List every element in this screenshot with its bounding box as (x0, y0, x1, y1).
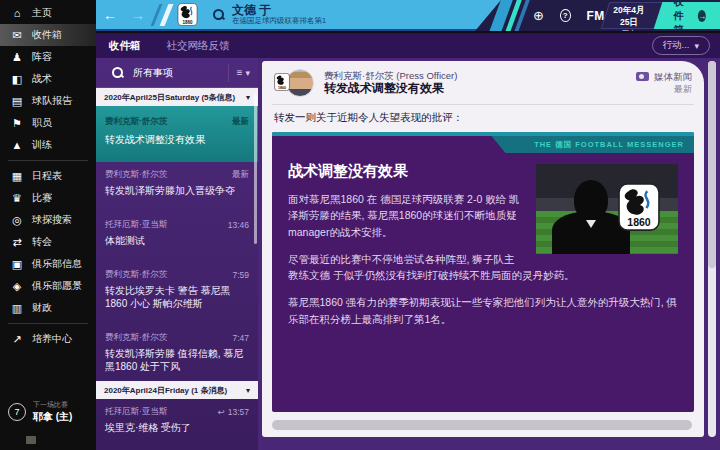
next-match-opponent: 耶拿 (主) (33, 410, 72, 424)
sidebar-item-team-report[interactable]: ▤球队报告 (0, 90, 96, 112)
message-time: 7:59 (232, 269, 249, 281)
tab-inbox[interactable]: 收件箱 (96, 39, 154, 53)
list-scrollbar[interactable] (254, 94, 257, 244)
message-status: 最新 (232, 169, 249, 181)
calendar-icon: ▦ (10, 170, 24, 183)
inbox-group-header[interactable]: 2020年April25日Saturday (5条信息) ▾ (96, 88, 258, 106)
inbox-message[interactable]: 托拜厄斯·亚当斯 13:46 体能测试 (96, 212, 258, 255)
article-paragraph: 慕尼黑1860 强有力的赛季初期表现让一些专家把他们列为让人意外的升级大热门, … (288, 294, 678, 327)
app-window: ⌂主页 ✉收件箱 ♟阵容 ◧战术 ▤球队报告 ⚑职员 ▲训练 ▦日程表 ♛比赛 … (0, 0, 720, 450)
club-info-icon: ▣ (10, 258, 24, 271)
help-icon[interactable]: ? (560, 9, 571, 22)
chevron-down-icon: ▾ (246, 386, 250, 395)
publication-ribbon: THE 德国 FOOTBALL MESSENGER (491, 136, 694, 153)
manager-subtitle: 在德国足球丙级联赛排名第1 (232, 17, 326, 25)
scout-search-icon: ◎ (10, 214, 24, 227)
search-input[interactable]: 所有事项 (133, 66, 173, 80)
manager-silhouette (574, 180, 608, 220)
sidebar-item-home[interactable]: ⌂主页 (0, 2, 96, 24)
club-badge-1860: 1860 (177, 3, 198, 26)
horizontal-scrollbar[interactable] (272, 420, 692, 430)
sidebar-item-competitions[interactable]: ♛比赛 (0, 187, 96, 209)
inbox-message-selected[interactable]: 费利克斯·舒尔茨 最新 转发战术调整没有效果 (96, 106, 258, 162)
inbox-message[interactable]: 费利克斯·舒尔茨 7:47 转发凯泽斯劳滕 值得信赖, 慕尼黑1860 处于下风 (96, 325, 258, 381)
search-icon[interactable] (213, 9, 224, 20)
back-button[interactable]: ← (96, 7, 124, 23)
topbar-right-section: ⊕ ? FM 20年4月25日 周六 16:00 收件箱 → (475, 0, 720, 31)
sidebar-item-schedule[interactable]: ▦日程表 (0, 165, 96, 187)
sidebar-item-club-info[interactable]: ▣俱乐部信息 (0, 253, 96, 275)
chevron-down-icon: ▾ (245, 68, 250, 78)
sidebar-item-staff[interactable]: ⚑职员 (0, 112, 96, 134)
message-status: 最新 (232, 116, 249, 128)
club-badge-1860: 1860 (274, 73, 290, 91)
sidebar-item-tactics[interactable]: ◧战术 (0, 68, 96, 90)
club-badge-1860: 1860 (618, 182, 660, 232)
message-header: 1860 费利克斯·舒尔茨 (Press Officer) 转发战术调整没有效果… (262, 61, 704, 104)
sidebar: ⌂主页 ✉收件箱 ♟阵容 ◧战术 ▤球队报告 ⚑职员 ▲训练 ▦日程表 ♛比赛 … (0, 0, 96, 450)
inbox-message[interactable]: 费利克斯·舒尔茨 最新 转发凯泽斯劳滕加入晋级争夺 (96, 162, 258, 205)
language-globe-icon[interactable]: ⊕ (533, 8, 544, 23)
manager-header[interactable]: 文德 于 在德国足球丙级联赛排名第1 (232, 4, 326, 25)
section-tabbar: 收件箱 社交网络反馈 行动... ▾ (96, 33, 720, 58)
sidebar-item-squad[interactable]: ♟阵容 (0, 46, 96, 68)
actions-dropdown[interactable]: 行动... ▾ (652, 36, 710, 55)
message-sender: 费利克斯·舒尔茨 (Press Officer) (324, 70, 457, 82)
inbox-list-panel: 所有事项 ≡ ▾ 2020年April25日Saturday (5条信息) ▾ … (96, 58, 258, 450)
message-time: 13:46 (228, 219, 249, 231)
next-match-days-badge: 7 (8, 403, 26, 421)
staff-icon: ⚑ (10, 117, 24, 130)
message-time: 7:47 (232, 332, 249, 344)
trophy-icon: ♛ (10, 192, 24, 205)
silhouette-collar (586, 220, 596, 228)
squad-icon: ♟ (10, 51, 24, 64)
svg-text:1860: 1860 (627, 216, 651, 228)
sidebar-item-training[interactable]: ▲训练 (0, 134, 96, 156)
title-bar: ← → 1860 文德 于 在德国足球丙级联赛排名第1 ⊕ ? FM 20年 (96, 0, 720, 31)
manager-name: 文德 于 (232, 4, 326, 17)
message-category: 媒体新闻 (636, 70, 692, 83)
divider-slash (160, 4, 174, 26)
chevron-down-icon: ▾ (694, 41, 699, 51)
time-text: 周六 16:00 (612, 29, 645, 31)
club-vision-icon: ◈ (10, 280, 24, 293)
sidebar-item-scouting[interactable]: ◎球探搜索 (0, 209, 96, 231)
article-photo: 1860 (536, 164, 678, 254)
sidebar-item-finances[interactable]: ▥财政 (0, 297, 96, 319)
inbox-group-header[interactable]: 2020年April24日Friday (1 条消息) ▾ (96, 381, 258, 399)
forward-button[interactable]: → (124, 7, 152, 23)
filter-icon: ≡ (237, 67, 243, 78)
filter-control[interactable]: ≡ ▾ (228, 64, 250, 82)
article-accent-strip (272, 132, 694, 136)
tactics-icon: ◧ (10, 73, 24, 86)
home-icon: ⌂ (10, 7, 24, 19)
message-time: 13:57 (228, 407, 249, 417)
finances-icon: ▥ (10, 302, 24, 315)
continue-inbox-button[interactable]: 收件箱 → (653, 2, 720, 29)
news-article: THE 德国 FOOTBALL MESSENGER 1860 战术调整没有效果 … (272, 132, 694, 412)
inbox-icon: ✉ (10, 29, 24, 42)
chevron-down-icon: ▾ (246, 93, 250, 102)
media-icon (636, 72, 649, 81)
message-card: 1860 费利克斯·舒尔茨 (Press Officer) 转发战术调整没有效果… (262, 61, 704, 437)
date-text: 20年4月25日 (612, 5, 645, 29)
sidebar-item-development-center[interactable]: ↗培养中心 (0, 328, 96, 350)
search-icon[interactable] (112, 67, 123, 78)
svg-text:1860: 1860 (278, 86, 286, 90)
sidebar-item-inbox[interactable]: ✉收件箱 (0, 24, 96, 46)
sidebar-item-transfers[interactable]: ⇄转会 (0, 231, 96, 253)
continue-arrow-icon: → (698, 10, 706, 22)
training-icon: ▲ (10, 139, 24, 151)
sidebar-item-club-vision[interactable]: ◈俱乐部愿景 (0, 275, 96, 297)
tab-social-feedback[interactable]: 社交网络反馈 (154, 39, 243, 53)
vertical-scrollbar[interactable] (708, 61, 716, 437)
inbox-search-row: 所有事项 ≡ ▾ (96, 58, 258, 88)
inbox-message[interactable]: 托拜厄斯·亚当斯 ↩ 13:57 埃里克·维格 受伤了 (96, 399, 258, 442)
sidebar-divider (8, 323, 88, 324)
sidebar-divider (8, 160, 88, 161)
inbox-message[interactable]: 费利克斯·舒尔茨 7:59 转发比埃罗夫卡 警告 慕尼黑1860 小心 斯帕尔维… (96, 262, 258, 318)
next-match-widget[interactable]: 7 下一场比赛 耶拿 (主) (8, 400, 72, 424)
next-match-label: 下一场比赛 (33, 400, 72, 410)
message-status: 最新 (636, 83, 692, 96)
message-intro: 转发一则关于近期令人失望表现的批评： (262, 105, 704, 132)
